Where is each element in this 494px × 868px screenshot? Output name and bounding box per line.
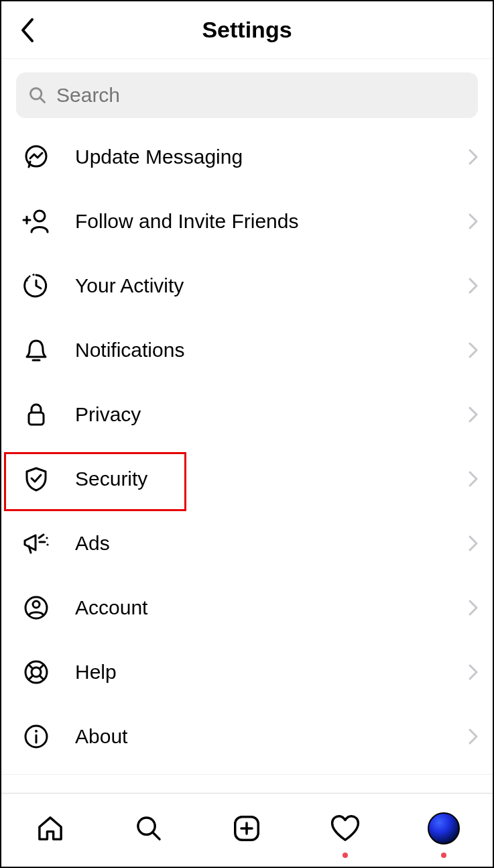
tab-activity[interactable]	[325, 808, 365, 849]
svg-point-3	[34, 211, 45, 221]
row-label: Update Messaging	[75, 146, 444, 168]
home-icon	[35, 813, 66, 844]
row-label: About	[75, 725, 444, 748]
lock-icon	[21, 401, 51, 428]
svg-line-22	[40, 675, 44, 680]
settings-list: Update Messaging Follow and Invite Frien…	[1, 125, 493, 793]
account-circle-icon	[21, 594, 51, 621]
bell-icon	[21, 337, 51, 364]
chevron-right-icon	[469, 664, 478, 680]
svg-line-19	[28, 664, 33, 669]
row-label: Your Activity	[75, 274, 444, 297]
heart-icon	[329, 813, 361, 844]
row-label: Help	[75, 661, 444, 684]
row-notifications[interactable]: Notifications	[1, 318, 493, 382]
notification-dot	[441, 853, 446, 858]
svg-point-13	[46, 537, 48, 539]
search-input[interactable]	[56, 84, 466, 107]
chevron-left-icon	[19, 17, 35, 44]
row-your-activity[interactable]: Your Activity	[1, 254, 493, 318]
row-follow-invite[interactable]: Follow and Invite Friends	[1, 189, 493, 254]
svg-line-1	[40, 98, 45, 103]
search-container	[1, 59, 493, 125]
row-privacy[interactable]: Privacy	[1, 382, 493, 447]
chevron-right-icon	[469, 535, 478, 551]
lifebuoy-icon	[21, 659, 51, 686]
svg-point-6	[25, 279, 27, 281]
tab-search[interactable]	[129, 808, 169, 849]
info-circle-icon	[21, 723, 51, 750]
chevron-right-icon	[469, 406, 478, 423]
search-icon	[133, 813, 164, 844]
row-label: Follow and Invite Friends	[75, 210, 444, 233]
header: Settings	[1, 1, 493, 59]
svg-point-7	[28, 275, 30, 277]
chevron-right-icon	[469, 149, 478, 165]
svg-line-21	[28, 675, 33, 680]
svg-line-27	[153, 832, 160, 838]
chevron-right-icon	[469, 600, 478, 616]
svg-point-16	[33, 601, 40, 608]
profile-avatar-icon	[428, 812, 460, 845]
divider	[1, 774, 493, 775]
back-button[interactable]	[13, 17, 40, 44]
chevron-right-icon	[469, 728, 478, 745]
tab-home[interactable]	[30, 808, 70, 849]
row-update-messaging[interactable]: Update Messaging	[1, 125, 493, 189]
add-person-icon	[21, 208, 51, 235]
svg-rect-10	[29, 413, 44, 425]
row-label: Security	[75, 468, 444, 490]
row-label: Privacy	[75, 403, 444, 426]
search-field[interactable]	[16, 72, 478, 118]
svg-point-18	[32, 667, 41, 677]
activity-clock-icon	[21, 272, 51, 299]
shield-check-icon	[21, 466, 51, 492]
chevron-right-icon	[469, 342, 478, 358]
svg-point-14	[46, 543, 48, 545]
row-label: Account	[75, 596, 444, 619]
row-ads[interactable]: Ads	[1, 511, 493, 576]
row-help[interactable]: Help	[1, 640, 493, 704]
svg-point-24	[35, 730, 38, 733]
chevron-right-icon	[469, 471, 478, 487]
notification-dot	[343, 853, 348, 858]
row-security[interactable]: Security	[1, 447, 493, 511]
chevron-right-icon	[469, 278, 478, 294]
plus-square-icon	[231, 813, 262, 844]
row-label: Ads	[75, 532, 444, 555]
svg-line-12	[39, 535, 44, 538]
search-icon	[28, 86, 47, 105]
row-label: Notifications	[75, 339, 444, 362]
chevron-right-icon	[469, 213, 478, 229]
svg-line-20	[40, 664, 44, 669]
row-about[interactable]: About	[1, 704, 493, 769]
megaphone-icon	[21, 530, 51, 557]
svg-point-8	[32, 274, 34, 276]
tab-profile[interactable]	[424, 808, 464, 849]
tab-new-post[interactable]	[227, 808, 267, 849]
row-account[interactable]: Account	[1, 576, 493, 640]
tab-bar	[1, 793, 493, 867]
page-title: Settings	[202, 17, 292, 43]
messenger-icon	[21, 144, 51, 170]
